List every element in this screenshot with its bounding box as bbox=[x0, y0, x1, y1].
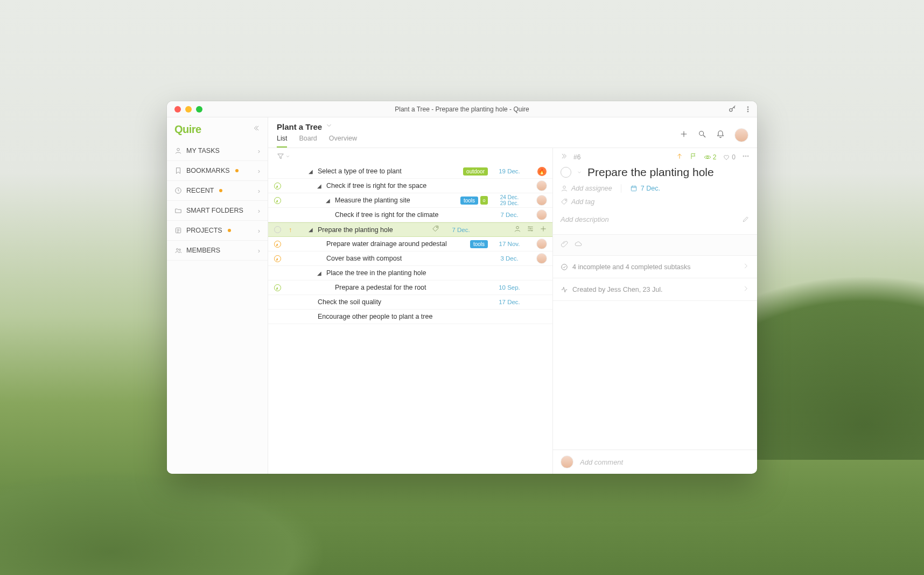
options-icon[interactable] bbox=[527, 225, 534, 234]
tag-icon[interactable] bbox=[432, 225, 439, 234]
activity-row[interactable]: Created by Jess Chen, 23 Jul. bbox=[553, 278, 757, 301]
expand-toggle-icon[interactable]: ◢ bbox=[307, 169, 314, 174]
assignee-avatar[interactable] bbox=[536, 239, 547, 249]
task-row[interactable]: ◢Place the tree in the planting hole bbox=[268, 266, 552, 281]
add-subtask-icon[interactable] bbox=[540, 225, 547, 234]
task-title: Encourage other people to plant a tree bbox=[318, 313, 432, 320]
collapse-sidebar-icon[interactable] bbox=[253, 124, 260, 134]
task-row[interactable]: ◢Measure the planting sitetoolso24 Dec.2… bbox=[268, 193, 552, 208]
detail-more-icon[interactable] bbox=[742, 152, 750, 162]
svg-point-0 bbox=[730, 108, 732, 111]
assignee-avatar[interactable] bbox=[536, 195, 547, 206]
task-date[interactable]: 7 Dec. bbox=[439, 227, 482, 233]
sidebar-item-my-tasks[interactable]: MY TASKS› bbox=[167, 141, 268, 161]
notification-dot bbox=[235, 169, 239, 172]
flag-icon[interactable] bbox=[690, 152, 697, 162]
notification-dot bbox=[228, 229, 231, 232]
priority-up-icon[interactable] bbox=[676, 152, 683, 162]
task-date[interactable]: 17 Dec. bbox=[488, 299, 531, 305]
tab-overview[interactable]: Overview bbox=[329, 135, 357, 148]
task-row[interactable]: ↑◢Prepare the planting hole7 Dec. bbox=[268, 222, 552, 237]
cloud-upload-icon[interactable] bbox=[575, 240, 582, 250]
collapse-detail-icon[interactable] bbox=[561, 152, 568, 162]
tag-badge[interactable]: outdoor bbox=[463, 167, 488, 176]
status-timer-icon[interactable] bbox=[274, 255, 281, 262]
tag-badge[interactable]: o bbox=[480, 196, 488, 205]
edit-description-icon[interactable] bbox=[742, 215, 750, 225]
task-date[interactable]: 24 Dec.29 Dec. bbox=[488, 194, 531, 206]
svg-point-1 bbox=[747, 106, 748, 107]
user-avatar[interactable] bbox=[734, 128, 748, 142]
task-date[interactable]: 19 Dec. bbox=[488, 168, 531, 174]
notifications-icon[interactable] bbox=[716, 130, 725, 141]
description-field[interactable]: Add description bbox=[561, 215, 609, 225]
followers-count[interactable]: 2 bbox=[704, 153, 717, 161]
task-date[interactable]: 10 Sep. bbox=[488, 284, 531, 291]
status-timer-icon[interactable] bbox=[274, 197, 281, 204]
priority-up-icon: ↑ bbox=[289, 226, 292, 234]
assignee-avatar[interactable] bbox=[536, 253, 547, 264]
task-title: Select a type of tree to plant bbox=[318, 167, 402, 175]
status-open-icon[interactable] bbox=[274, 226, 281, 233]
status-timer-icon[interactable] bbox=[274, 284, 281, 291]
chevron-down-icon[interactable] bbox=[577, 167, 582, 177]
task-row[interactable]: Prepare water drainage around pedestalto… bbox=[268, 237, 552, 251]
sidebar-item-smart-folders[interactable]: SMART FOLDERS› bbox=[167, 201, 268, 221]
sidebar-item-members[interactable]: MEMBERS› bbox=[167, 241, 268, 261]
task-date[interactable]: 3 Dec. bbox=[488, 255, 531, 262]
task-title: Place the tree in the planting hole bbox=[326, 269, 426, 277]
assignee-avatar[interactable] bbox=[536, 209, 547, 220]
sidebar-item-bookmarks[interactable]: BOOKMARKS› bbox=[167, 161, 268, 181]
sidebar-item-projects[interactable]: PROJECTS› bbox=[167, 221, 268, 241]
more-menu-icon[interactable] bbox=[744, 106, 752, 113]
task-date[interactable]: 7 Dec. bbox=[488, 212, 531, 218]
task-list: ◢Select a type of tree to plantoutdoor19… bbox=[268, 148, 552, 474]
add-task-icon[interactable] bbox=[680, 130, 688, 141]
assignee-field[interactable]: Add assignee bbox=[561, 185, 612, 192]
likes-count[interactable]: 0 bbox=[723, 153, 736, 161]
filter-icon[interactable] bbox=[277, 152, 290, 160]
task-row[interactable]: Cover base with compost3 Dec. bbox=[268, 251, 552, 266]
status-timer-icon[interactable] bbox=[274, 183, 281, 190]
task-row[interactable]: ◢Select a type of tree to plantoutdoor19… bbox=[268, 164, 552, 179]
chevron-right-icon bbox=[742, 285, 750, 294]
due-date-field[interactable]: 7 Dec. bbox=[630, 185, 660, 192]
task-row[interactable]: Encourage other people to plant a tree bbox=[268, 310, 552, 324]
assign-icon[interactable] bbox=[514, 225, 521, 234]
tag-field[interactable]: Add tag bbox=[553, 197, 757, 211]
task-row[interactable]: Check if tree is right for the climate7 … bbox=[268, 208, 552, 222]
search-icon[interactable] bbox=[698, 130, 706, 141]
assignee-avatar[interactable] bbox=[536, 180, 547, 191]
task-detail-panel: #6 2 0 bbox=[552, 148, 757, 474]
complete-toggle[interactable] bbox=[561, 167, 571, 178]
detail-title[interactable]: Prepare the planting hole bbox=[587, 166, 714, 179]
task-row[interactable]: Prepare a pedestal for the root10 Sep. bbox=[268, 281, 552, 295]
tag-badge[interactable]: tools bbox=[460, 197, 478, 205]
expand-toggle-icon[interactable]: ◢ bbox=[324, 198, 332, 204]
status-timer-icon[interactable] bbox=[274, 241, 281, 248]
attachment-icon[interactable] bbox=[561, 240, 568, 250]
expand-toggle-icon[interactable]: ◢ bbox=[307, 227, 314, 233]
subtasks-summary-row[interactable]: 4 incomplete and 4 completed subtasks bbox=[553, 256, 757, 278]
project-title[interactable]: Plant a Tree bbox=[277, 122, 322, 131]
comment-avatar bbox=[561, 455, 573, 468]
comment-input[interactable] bbox=[580, 458, 750, 466]
svg-point-18 bbox=[565, 200, 566, 201]
expand-toggle-icon[interactable]: ◢ bbox=[316, 183, 323, 189]
project-menu-chevron-icon[interactable] bbox=[325, 122, 333, 131]
task-row[interactable]: Check the soil quality17 Dec. bbox=[268, 295, 552, 310]
task-date[interactable]: 17 Nov. bbox=[488, 241, 531, 247]
sidebar-item-label: PROJECTS bbox=[186, 227, 222, 234]
tag-badge[interactable]: tools bbox=[470, 240, 488, 248]
comment-bar bbox=[553, 450, 757, 474]
expand-toggle-icon[interactable]: ◢ bbox=[316, 270, 323, 276]
svg-point-13 bbox=[743, 156, 744, 157]
sidebar-item-recent[interactable]: RECENT› bbox=[167, 181, 268, 201]
app-logo[interactable]: Quire bbox=[174, 123, 201, 136]
svg-rect-17 bbox=[631, 186, 636, 191]
key-icon[interactable] bbox=[728, 105, 737, 114]
tab-board[interactable]: Board bbox=[299, 135, 317, 148]
sidebar-item-label: MY TASKS bbox=[186, 147, 220, 155]
task-row[interactable]: ◢Check if tree is right for the space bbox=[268, 179, 552, 193]
tab-list[interactable]: List bbox=[277, 135, 287, 148]
